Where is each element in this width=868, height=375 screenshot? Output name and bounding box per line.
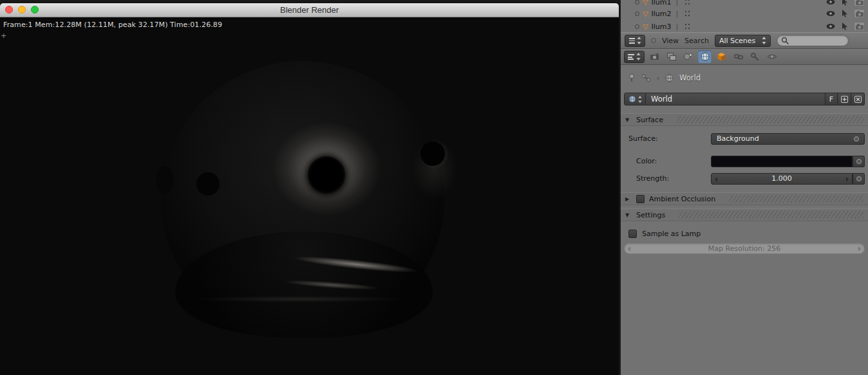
slider-increase-icon[interactable] [846, 177, 849, 182]
renderability-camera-icon[interactable] [854, 9, 865, 18]
render-side-bump [156, 166, 173, 194]
ambient-occlusion-panel-header[interactable]: ▶ Ambient Occlusion [621, 192, 868, 205]
outliner-divider: | [675, 10, 678, 18]
tab-object[interactable] [715, 50, 728, 63]
outliner-editor-icon [629, 38, 635, 44]
outliner-header: View Search All Scenes [621, 32, 868, 49]
outliner-row[interactable]: ▽ Ilum2 | [621, 7, 868, 20]
render-eye-left [196, 172, 220, 196]
sample-as-lamp-checkbox[interactable] [628, 230, 637, 238]
sample-as-lamp-row: Sample as Lamp [628, 230, 868, 238]
strength-row: Strength: 1.000 [624, 172, 865, 185]
slider-increase-icon[interactable] [858, 246, 861, 252]
lamp-icon: ▽ [643, 23, 648, 30]
updown-arrows-icon [636, 53, 641, 60]
panel-expand-icon[interactable]: ▼ [625, 212, 632, 218]
unlink-button[interactable] [851, 93, 865, 105]
world-globe-icon [665, 74, 674, 82]
world-globe-icon [701, 52, 710, 61]
world-browse-button[interactable] [624, 93, 646, 105]
outliner-item-label[interactable]: Ilum3 [651, 23, 671, 31]
outliner-item-label[interactable]: Ilum2 [651, 10, 671, 18]
lamp-data-icon [684, 23, 690, 30]
outliner-search-menu[interactable]: Search [684, 37, 709, 45]
ambient-occlusion-checkbox[interactable] [636, 195, 645, 203]
search-icon [781, 37, 789, 45]
window-title: Blender Render [280, 5, 339, 15]
selectability-cursor-icon[interactable] [842, 23, 848, 30]
outliner-divider: | [675, 23, 678, 31]
panel-expand-icon[interactable]: ▼ [625, 117, 632, 123]
object-dot-icon [635, 0, 639, 5]
properties-header [621, 49, 868, 65]
plus-icon [841, 96, 848, 103]
minimize-window-button[interactable] [18, 6, 26, 14]
renderability-camera-icon[interactable] [854, 0, 865, 6]
add-new-button[interactable] [838, 93, 851, 105]
tab-scene[interactable] [681, 50, 695, 63]
close-window-button[interactable] [5, 6, 13, 14]
sample-as-lamp-label: Sample as Lamp [642, 230, 701, 238]
outliner-view-menu[interactable]: View [662, 37, 679, 45]
tab-constraints[interactable] [731, 50, 745, 63]
blender-properties-panel: ▽ Ilum1 | ▽ Ilum2 | ▽ Ilum3 | [620, 0, 868, 375]
breadcrumb-arrow: › [657, 75, 659, 82]
render-stats: Frame:1 Mem:12.28M (12.11M, peak 32.17M)… [3, 21, 222, 29]
window-titlebar[interactable]: Blender Render [0, 3, 619, 17]
strength-slider[interactable]: 1.000 [711, 173, 853, 185]
editor-type-selector[interactable] [625, 35, 645, 47]
lamp-icon: ▽ [643, 0, 648, 6]
fake-user-button[interactable]: F [826, 93, 838, 105]
visibility-eye-icon[interactable] [826, 0, 835, 5]
updown-arrows-icon [637, 37, 641, 44]
lamp-data-icon [684, 10, 690, 17]
close-icon [854, 96, 862, 103]
tab-modifiers[interactable] [748, 50, 762, 63]
outliner: ▽ Ilum1 | ▽ Ilum2 | ▽ Ilum3 | [621, 0, 868, 32]
outliner-item-label[interactable]: Ilum1 [651, 0, 671, 6]
object-dot-icon [635, 12, 639, 16]
panel-drag-hatch[interactable] [679, 211, 863, 219]
selectability-cursor-icon[interactable] [842, 0, 848, 6]
lamp-data-icon [684, 0, 690, 5]
editor-type-selector[interactable] [624, 51, 645, 63]
surface-panel-header[interactable]: ▼ Surface [621, 113, 868, 126]
render-window: Blender Render Frame:1 Mem:12.28M (12.11… [0, 3, 619, 375]
panel-drag-hatch[interactable] [677, 116, 863, 123]
tab-render[interactable] [648, 50, 661, 63]
render-spec-streak-3 [193, 296, 406, 302]
visibility-eye-icon[interactable] [826, 23, 835, 30]
visibility-eye-icon[interactable] [826, 10, 835, 17]
breadcrumb-context-label: World [679, 73, 701, 82]
panel-collapsed-icon[interactable]: ▶ [625, 196, 632, 202]
surface-type-dropdown[interactable]: Background [711, 133, 865, 145]
slider-decrease-icon[interactable] [715, 177, 717, 182]
lamp-icon: ▽ [643, 10, 648, 17]
tab-render-layers[interactable] [665, 50, 678, 63]
tab-world[interactable] [698, 50, 712, 63]
outliner-display-dropdown[interactable]: All Scenes [715, 35, 771, 47]
slider-decrease-icon[interactable] [628, 246, 630, 252]
settings-panel-header[interactable]: ▼ Settings [621, 208, 868, 221]
outliner-row[interactable]: ▽ Ilum3 | [621, 20, 868, 32]
node-tree-icon[interactable] [641, 74, 651, 82]
pin-icon[interactable] [628, 73, 636, 82]
color-swatch[interactable] [711, 156, 853, 167]
map-resolution-slider[interactable]: Map Resolution: 256 [624, 243, 865, 254]
settings-panel-title: Settings [636, 211, 665, 219]
tab-physics[interactable] [765, 50, 778, 63]
traffic-lights [5, 6, 39, 14]
area-split-handle[interactable]: + [1, 32, 6, 40]
surface-type-value: Background [717, 134, 759, 143]
renderability-camera-icon[interactable] [854, 22, 865, 31]
properties-editor-icon [628, 53, 634, 60]
ambient-occlusion-title: Ambient Occlusion [649, 195, 715, 203]
color-node-button[interactable] [853, 156, 865, 167]
surface-label: Surface: [624, 134, 711, 143]
outliner-search-input[interactable] [777, 35, 849, 46]
panel-drag-hatch[interactable] [729, 195, 863, 203]
selectability-cursor-icon[interactable] [842, 10, 848, 17]
zoom-window-button[interactable] [31, 6, 39, 14]
strength-node-button[interactable] [853, 173, 865, 185]
world-name-field[interactable]: World [646, 93, 826, 105]
